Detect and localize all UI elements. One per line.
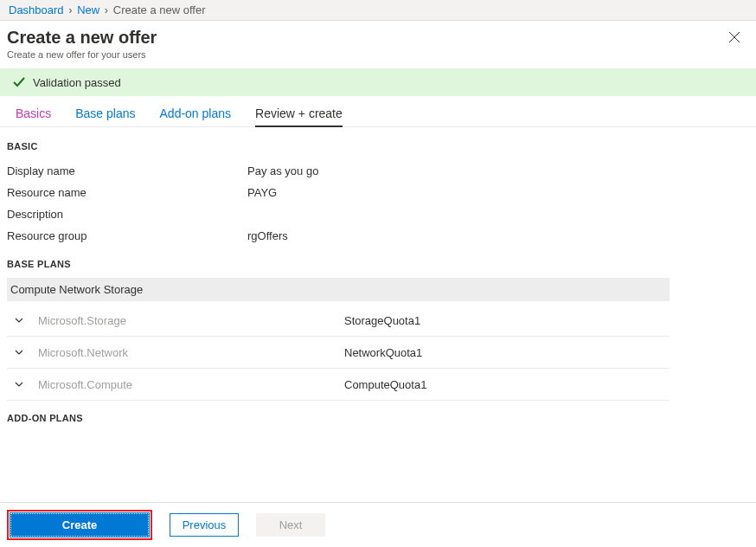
quota-storage: StorageQuota1 <box>344 314 420 327</box>
plan-row-compute: Microsoft.Compute ComputeQuota1 <box>7 369 670 401</box>
plan-row-storage: Microsoft.Storage StorageQuota1 <box>7 305 670 337</box>
row-display-name: Display name Pay as you go <box>7 160 749 182</box>
quota-compute: ComputeQuota1 <box>344 378 426 391</box>
value-resource-name: PAYG <box>247 186 277 199</box>
page-title: Create a new offer <box>7 28 157 48</box>
section-basic-label: BASIC <box>7 141 749 151</box>
footer: Create Previous Next <box>0 502 756 547</box>
provider-compute: Microsoft.Compute <box>38 378 344 391</box>
row-resource-name: Resource name PAYG <box>7 182 749 203</box>
breadcrumb-dashboard[interactable]: Dashboard <box>9 3 64 16</box>
tab-addon-plans[interactable]: Add-on plans <box>160 106 232 126</box>
plan-row-network: Microsoft.Network NetworkQuota1 <box>7 337 670 369</box>
value-resource-group: rgOffers <box>247 229 288 242</box>
validation-message: Validation passed <box>33 76 121 89</box>
provider-network: Microsoft.Network <box>38 346 344 359</box>
chevron-right-icon: › <box>68 3 72 16</box>
quota-network: NetworkQuota1 <box>344 346 422 359</box>
chevron-down-icon[interactable] <box>12 345 26 359</box>
section-base-plans-label: BASE PLANS <box>7 259 749 269</box>
row-resource-group: Resource group rgOffers <box>7 225 749 247</box>
breadcrumb-new[interactable]: New <box>77 3 99 16</box>
chevron-down-icon[interactable] <box>12 377 26 391</box>
row-description: Description <box>7 203 749 225</box>
breadcrumb: Dashboard › New › Create a new offer <box>0 0 756 21</box>
create-highlight: Create <box>7 510 152 540</box>
tab-review-create[interactable]: Review + create <box>255 106 343 127</box>
content-area: BASIC Display name Pay as you go Resourc… <box>0 141 756 423</box>
next-button: Next <box>256 513 325 537</box>
breadcrumb-current: Create a new offer <box>113 3 206 16</box>
close-icon <box>728 31 740 43</box>
base-plan-name: Compute Network Storage <box>7 278 670 301</box>
label-description: Description <box>7 208 247 221</box>
provider-storage: Microsoft.Storage <box>38 314 344 327</box>
label-display-name: Display name <box>7 164 247 177</box>
create-button[interactable]: Create <box>10 513 149 537</box>
chevron-right-icon: › <box>105 3 108 16</box>
label-resource-group: Resource group <box>7 229 247 242</box>
tabs: Basics Base plans Add-on plans Review + … <box>0 96 756 127</box>
value-display-name: Pay as you go <box>247 164 318 177</box>
page-header: Create a new offer Create a new offer fo… <box>0 21 756 68</box>
section-addon-plans-label: ADD-ON PLANS <box>7 413 749 423</box>
tab-base-plans[interactable]: Base plans <box>75 106 135 126</box>
page-subtitle: Create a new offer for your users <box>7 49 157 60</box>
chevron-down-icon[interactable] <box>12 313 26 327</box>
previous-button[interactable]: Previous <box>170 513 239 537</box>
validation-banner: Validation passed <box>0 68 756 96</box>
tab-basics[interactable]: Basics <box>16 106 51 126</box>
checkmark-icon <box>12 75 26 89</box>
close-button[interactable] <box>725 28 744 49</box>
label-resource-name: Resource name <box>7 186 247 199</box>
